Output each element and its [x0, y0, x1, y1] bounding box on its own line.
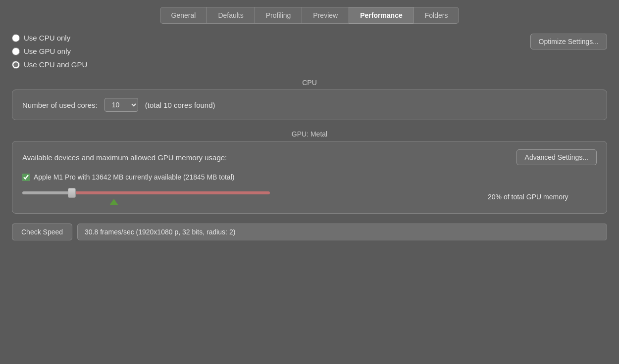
slider-arrow-indicator: [109, 199, 118, 205]
tab-folders[interactable]: Folders: [413, 7, 460, 24]
radio-group: Use CPU only Use GPU only Use CPU and GP…: [12, 34, 87, 69]
slider-track[interactable]: [22, 188, 270, 198]
top-row: Use CPU only Use GPU only Use CPU and GP…: [12, 34, 607, 69]
tab-preview[interactable]: Preview: [302, 7, 349, 24]
radio-gpu-only[interactable]: Use GPU only: [12, 47, 87, 55]
slider-background: [22, 191, 270, 194]
radio-cpu-only-input[interactable]: [12, 34, 20, 42]
radio-cpu-only-label: Use CPU only: [24, 34, 70, 42]
slider-container: [22, 188, 480, 205]
advanced-settings-button[interactable]: Advanced Settings...: [516, 149, 597, 165]
radio-cpu-and-gpu-input[interactable]: [12, 61, 20, 69]
radio-cpu-only[interactable]: Use CPU only: [12, 34, 87, 42]
cpu-section-box: Number of used cores: 10 1 2 4 6 8 (tota…: [12, 90, 607, 120]
radio-cpu-and-gpu[interactable]: Use CPU and GPU: [12, 60, 87, 69]
optimize-settings-button[interactable]: Optimize Settings...: [530, 34, 607, 49]
radio-gpu-only-label: Use GPU only: [24, 47, 71, 55]
gpu-devices-label: Available devices and maximum allowed GP…: [22, 153, 227, 162]
check-speed-button[interactable]: Check Speed: [12, 224, 72, 240]
gpu-section-box: Available devices and maximum allowed GP…: [12, 141, 607, 214]
cpu-section-label: CPU: [12, 79, 607, 87]
tab-general[interactable]: General: [160, 7, 207, 24]
tab-defaults[interactable]: Defaults: [206, 7, 255, 24]
tab-bar: General Defaults Profiling Preview Perfo…: [0, 0, 619, 24]
speed-result-box: 30.8 frames/sec (1920x1080 p, 32 bits, r…: [77, 224, 607, 240]
gpu-device-checkbox[interactable]: [22, 174, 30, 181]
tab-profiling[interactable]: Profiling: [255, 7, 303, 24]
main-content: Use CPU only Use GPU only Use CPU and GP…: [0, 24, 619, 248]
radio-gpu-only-input[interactable]: [12, 47, 20, 55]
gpu-top-row: Available devices and maximum allowed GP…: [22, 149, 597, 165]
slider-thumb[interactable]: [68, 188, 76, 198]
slider-percent-label: 20% of total GPU memory: [488, 193, 597, 201]
gpu-device-label: Apple M1 Pro with 13642 MB currently ava…: [34, 173, 234, 181]
cpu-row: Number of used cores: 10 1 2 4 6 8 (tota…: [22, 98, 597, 112]
bottom-row: Check Speed 30.8 frames/sec (1920x1080 p…: [12, 224, 607, 240]
cores-label: Number of used cores:: [22, 101, 98, 109]
cores-select[interactable]: 10 1 2 4 6 8: [104, 98, 138, 112]
radio-cpu-and-gpu-label: Use CPU and GPU: [24, 60, 87, 69]
tab-performance[interactable]: Performance: [349, 7, 414, 24]
cores-info: (total 10 cores found): [145, 101, 215, 109]
gpu-section-label: GPU: Metal: [12, 130, 607, 138]
slider-row: 20% of total GPU memory: [22, 188, 597, 205]
slider-percent-value: 20%: [488, 193, 502, 201]
gpu-device-row: Apple M1 Pro with 13642 MB currently ava…: [22, 173, 597, 181]
slider-percent-suffix: of total GPU memory: [502, 193, 568, 201]
